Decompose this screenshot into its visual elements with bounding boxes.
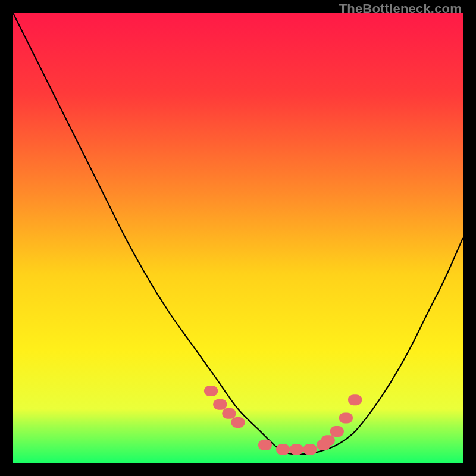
marker-dot — [276, 444, 290, 455]
marker-dot — [330, 426, 344, 437]
chart-plot — [13, 13, 463, 463]
chart-frame — [13, 13, 463, 463]
marker-dot — [303, 444, 317, 455]
gradient-background — [13, 13, 463, 463]
marker-dot — [321, 435, 335, 446]
marker-dot — [231, 417, 245, 428]
marker-dot — [258, 440, 272, 450]
watermark-text: TheBottleneck.com — [339, 1, 462, 17]
marker-dot — [204, 386, 218, 396]
marker-dot — [348, 394, 362, 405]
marker-dot — [213, 399, 227, 410]
marker-dot — [222, 408, 236, 419]
marker-dot — [290, 444, 303, 455]
marker-dot — [339, 412, 353, 423]
